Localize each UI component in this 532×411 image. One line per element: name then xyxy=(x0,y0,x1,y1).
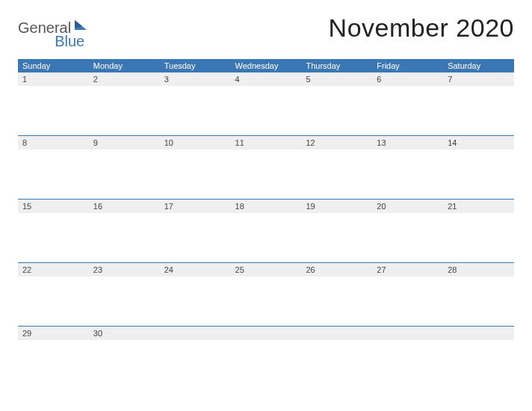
date-cell: 7 xyxy=(443,72,514,86)
date-cell: 10 xyxy=(160,136,231,149)
date-cell: 29 xyxy=(18,327,89,340)
day-header-tuesday: Tuesday xyxy=(160,59,231,72)
date-cell: 20 xyxy=(372,200,443,213)
date-number-row: 8 9 10 11 12 13 14 xyxy=(18,136,514,149)
date-body-row xyxy=(18,276,514,326)
date-cell xyxy=(372,327,443,340)
week-row: 15 16 17 18 19 20 21 xyxy=(18,199,514,262)
date-cell: 13 xyxy=(372,136,443,149)
triangle-icon xyxy=(74,19,87,34)
date-number-row: 29 30 xyxy=(18,327,514,340)
date-cell: 6 xyxy=(372,72,443,86)
day-header-saturday: Saturday xyxy=(443,59,514,72)
date-body-row xyxy=(18,340,514,389)
date-cell xyxy=(231,327,302,340)
date-cell: 1 xyxy=(18,72,89,86)
date-cell: 28 xyxy=(443,263,514,276)
date-cell: 26 xyxy=(301,263,372,276)
date-cell: 9 xyxy=(89,136,160,149)
date-cell: 15 xyxy=(18,200,89,213)
week-row: 22 23 24 25 26 27 28 xyxy=(18,262,514,326)
date-cell: 4 xyxy=(231,72,302,86)
date-cell xyxy=(301,327,372,340)
date-body-row xyxy=(18,149,514,199)
date-cell: 18 xyxy=(231,200,302,213)
date-cell: 25 xyxy=(231,263,302,276)
date-cell: 27 xyxy=(372,263,443,276)
date-number-row: 15 16 17 18 19 20 21 xyxy=(18,200,514,213)
date-cell xyxy=(160,327,231,340)
day-header-thursday: Thursday xyxy=(301,59,372,72)
date-number-row: 22 23 24 25 26 27 28 xyxy=(18,263,514,276)
date-cell: 12 xyxy=(301,136,372,149)
date-cell: 19 xyxy=(301,200,372,213)
brand-logo: General Blue xyxy=(18,13,84,50)
date-cell: 3 xyxy=(160,72,231,86)
week-row: 1 2 3 4 5 6 7 xyxy=(18,72,514,135)
date-cell: 22 xyxy=(18,263,89,276)
date-cell: 23 xyxy=(89,263,160,276)
date-number-row: 1 2 3 4 5 6 7 xyxy=(18,72,514,86)
week-row: 29 30 xyxy=(18,326,514,389)
header: General Blue November 2020 xyxy=(18,13,514,50)
date-body-row xyxy=(18,86,514,135)
day-header-sunday: Sunday xyxy=(18,59,89,72)
date-cell xyxy=(443,327,514,340)
day-header-wednesday: Wednesday xyxy=(231,59,302,72)
calendar: Sunday Monday Tuesday Wednesday Thursday… xyxy=(18,59,514,389)
date-cell: 5 xyxy=(301,72,372,86)
date-cell: 8 xyxy=(18,136,89,149)
day-header-friday: Friday xyxy=(372,59,443,72)
brand-word-2: Blue xyxy=(55,33,84,50)
date-body-row xyxy=(18,213,514,262)
date-cell: 11 xyxy=(231,136,302,149)
week-row: 8 9 10 11 12 13 14 xyxy=(18,135,514,199)
date-cell: 21 xyxy=(443,200,514,213)
day-header-monday: Monday xyxy=(89,59,160,72)
page-title: November 2020 xyxy=(329,13,514,43)
date-cell: 17 xyxy=(160,200,231,213)
date-cell: 16 xyxy=(89,200,160,213)
date-cell: 24 xyxy=(160,263,231,276)
date-cell: 14 xyxy=(443,136,514,149)
day-header-row: Sunday Monday Tuesday Wednesday Thursday… xyxy=(18,59,514,72)
date-cell: 2 xyxy=(89,72,160,86)
calendar-body: 1 2 3 4 5 6 7 8 9 10 11 12 13 14 xyxy=(18,72,514,389)
date-cell: 30 xyxy=(89,327,160,340)
